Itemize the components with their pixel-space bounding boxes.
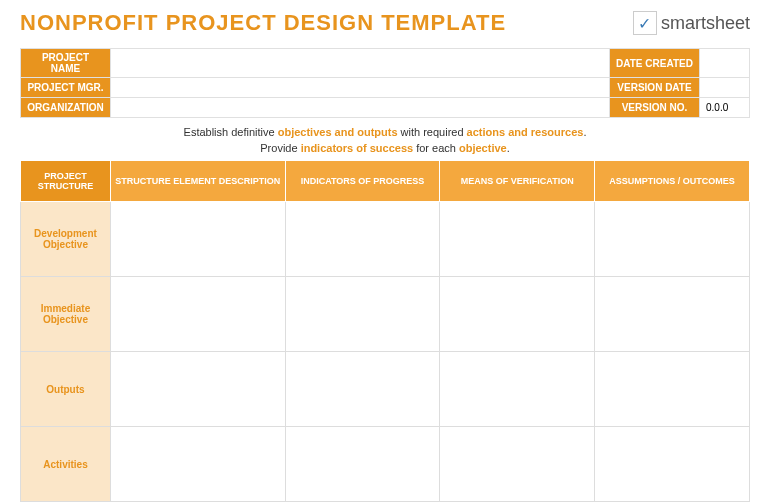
table-row: Activities — [21, 427, 750, 502]
page-title: NONPROFIT PROJECT DESIGN TEMPLATE — [20, 10, 506, 36]
cell[interactable] — [110, 352, 285, 427]
row-label-activities: Activities — [21, 427, 111, 502]
cell[interactable] — [285, 277, 440, 352]
brand-text: smartsheet — [661, 13, 750, 34]
checkmark-icon: ✓ — [633, 11, 657, 35]
instruction-line-2: Provide indicators of success for each o… — [20, 142, 750, 154]
main-table: PROJECT STRUCTURE STRUCTURE ELEMENT DESC… — [20, 160, 750, 502]
header-structure-element: STRUCTURE ELEMENT DESCRIPTION — [110, 161, 285, 202]
meta-value-version-date[interactable] — [700, 78, 750, 98]
cell[interactable] — [285, 202, 440, 277]
meta-label-version-no: VERSION NO. — [610, 98, 700, 118]
cell[interactable] — [440, 352, 595, 427]
meta-value-date-created[interactable] — [700, 49, 750, 78]
instruction-line-1: Establish definitive objectives and outp… — [20, 126, 750, 138]
meta-label-project-name: PROJECT NAME — [21, 49, 111, 78]
header-indicators: INDICATORS OF PROGRESS — [285, 161, 440, 202]
header-assumptions: ASSUMPTIONS / OUTCOMES — [595, 161, 750, 202]
meta-value-version-no[interactable]: 0.0.0 — [700, 98, 750, 118]
cell[interactable] — [440, 427, 595, 502]
meta-value-project-name[interactable] — [111, 49, 610, 78]
cell[interactable] — [595, 277, 750, 352]
row-label-outputs: Outputs — [21, 352, 111, 427]
cell[interactable] — [440, 277, 595, 352]
cell[interactable] — [440, 202, 595, 277]
cell[interactable] — [285, 427, 440, 502]
row-label-immediate: Immediate Objective — [21, 277, 111, 352]
brand-logo: ✓ smartsheet — [633, 11, 750, 35]
table-row: Outputs — [21, 352, 750, 427]
meta-value-project-mgr[interactable] — [111, 78, 610, 98]
meta-label-project-mgr: PROJECT MGR. — [21, 78, 111, 98]
meta-value-organization[interactable] — [111, 98, 610, 118]
cell[interactable] — [595, 352, 750, 427]
cell[interactable] — [110, 202, 285, 277]
meta-table: PROJECT NAME DATE CREATED PROJECT MGR. V… — [20, 48, 750, 118]
meta-label-version-date: VERSION DATE — [610, 78, 700, 98]
cell[interactable] — [595, 427, 750, 502]
cell[interactable] — [285, 352, 440, 427]
table-row: Immediate Objective — [21, 277, 750, 352]
table-row: Development Objective — [21, 202, 750, 277]
row-label-development: Development Objective — [21, 202, 111, 277]
meta-label-date-created: DATE CREATED — [610, 49, 700, 78]
cell[interactable] — [110, 277, 285, 352]
header-means: MEANS OF VERIFICATION — [440, 161, 595, 202]
header-project-structure: PROJECT STRUCTURE — [21, 161, 111, 202]
cell[interactable] — [595, 202, 750, 277]
meta-label-organization: ORGANIZATION — [21, 98, 111, 118]
cell[interactable] — [110, 427, 285, 502]
